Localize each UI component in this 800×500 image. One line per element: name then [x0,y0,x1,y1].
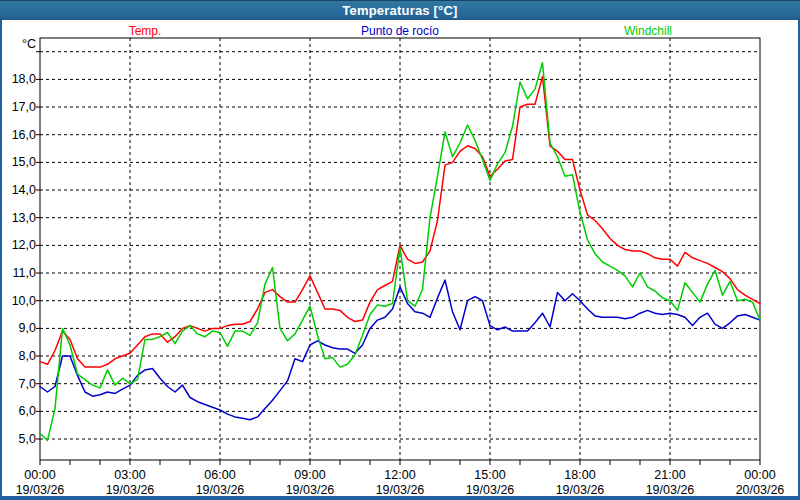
svg-text:5,0: 5,0 [19,432,36,446]
svg-text:00:00: 00:00 [24,468,55,482]
svg-text:09:00: 09:00 [294,468,325,482]
svg-text:°C: °C [22,37,36,51]
svg-text:03:00: 03:00 [114,468,145,482]
chart-svg: °C18,017,016,015,014,013,012,011,010,09,… [0,0,800,500]
svg-text:19/03/26: 19/03/26 [466,483,515,497]
svg-text:6,0: 6,0 [19,404,36,418]
svg-text:19/03/26: 19/03/26 [376,483,425,497]
svg-text:11,0: 11,0 [13,266,36,280]
y-axis-labels: °C18,017,016,015,014,013,012,011,010,09,… [12,37,36,446]
svg-text:15,0: 15,0 [12,155,36,169]
svg-text:13,0: 13,0 [12,211,36,225]
chart-legend: Temp. Punto de rocío Windchill [0,24,800,38]
series-line-temp [40,77,760,368]
svg-text:20/03/26: 20/03/26 [736,483,785,497]
x-axis-labels: 00:0019/03/2603:0019/03/2606:0019/03/260… [16,468,785,497]
svg-text:19/03/26: 19/03/26 [16,483,65,497]
legend-item-windchill: Windchill [624,24,672,38]
legend-item-dew-point: Punto de rocío [361,24,439,38]
svg-text:18:00: 18:00 [564,468,595,482]
svg-text:19/03/26: 19/03/26 [286,483,335,497]
svg-text:12,0: 12,0 [12,238,36,252]
svg-text:06:00: 06:00 [204,468,235,482]
svg-text:21:00: 21:00 [654,468,685,482]
svg-text:00:00: 00:00 [744,468,775,482]
svg-text:12:00: 12:00 [384,468,415,482]
svg-text:15:00: 15:00 [474,468,505,482]
svg-text:10,0: 10,0 [12,294,36,308]
svg-text:16,0: 16,0 [12,128,36,142]
svg-text:19/03/26: 19/03/26 [196,483,245,497]
legend-item-temp: Temp. [129,24,162,38]
svg-text:7,0: 7,0 [19,377,36,391]
svg-text:8,0: 8,0 [19,349,36,363]
weather-chart-window: Temperaturas [°C] Temp. Punto de rocío W… [0,0,800,500]
svg-text:19/03/26: 19/03/26 [556,483,605,497]
svg-text:17,0: 17,0 [12,100,36,114]
svg-text:18,0: 18,0 [12,72,36,86]
svg-text:14,0: 14,0 [12,183,36,197]
svg-text:19/03/26: 19/03/26 [106,483,155,497]
svg-text:19/03/26: 19/03/26 [646,483,695,497]
svg-text:9,0: 9,0 [19,321,36,335]
